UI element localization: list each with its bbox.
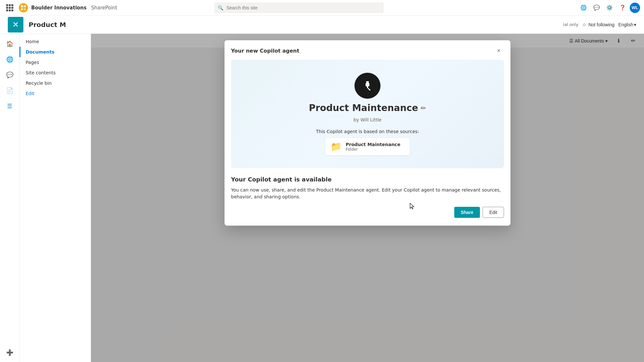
language-button[interactable]: English ▾ [618, 22, 636, 27]
sidebar-item-pages[interactable]: Pages [19, 57, 91, 68]
site-header-right: ial only ☆ Not following English ▾ [563, 22, 636, 27]
brand-logo-icon [19, 3, 28, 12]
search-input[interactable] [214, 3, 383, 13]
topbar-left: Boulder Innovations SharePoint [4, 2, 117, 14]
sidebar-chat-icon[interactable]: 💬 [3, 68, 17, 82]
source-name: Product Maintenance [346, 142, 400, 147]
sidebar-item-site-contents[interactable]: Site contents [19, 68, 91, 78]
source-info: Product Maintenance Folder [346, 142, 400, 152]
edit-agent-button[interactable]: Edit [483, 207, 504, 218]
site-header: ✕ Product M ial only ☆ Not following Eng… [0, 16, 644, 34]
share-button[interactable]: Share [454, 207, 480, 218]
sidebar-item-recycle-bin[interactable]: Recycle bin [19, 78, 91, 88]
svg-rect-2 [21, 8, 23, 10]
sidebar-item-documents[interactable]: Documents [19, 47, 91, 57]
translate-icon: 🌐 [580, 5, 587, 11]
content-area: ☰ All Documents ▾ ℹ ✏ Your new Copilot a… [91, 34, 644, 362]
modal-close-button[interactable]: × [494, 45, 504, 56]
chat-icon: 💬 [593, 5, 600, 11]
help-icon: ❓ [619, 5, 626, 11]
help-icon-button[interactable]: ❓ [617, 2, 628, 14]
app-name: SharePoint [91, 5, 117, 11]
sidebar-item-home[interactable]: Home [19, 36, 91, 47]
not-following-label: Not following [588, 22, 614, 27]
sidebar-document-icon[interactable]: 📄 [3, 83, 17, 97]
agent-author: by Will Little [354, 117, 381, 122]
nav-panel: Home Documents Pages Site contents Recyc… [19, 34, 91, 362]
available-desc: You can now use, share, and edit the Pro… [231, 187, 504, 200]
sidebar-globe-icon[interactable]: 🌐 [3, 52, 17, 66]
svg-rect-1 [24, 5, 26, 7]
svg-point-12 [369, 89, 370, 91]
source-type: Folder [346, 147, 400, 152]
main-layout: 🏠 🌐 💬 📄 ☰ ➕ Home Documents Pages Site co… [0, 34, 644, 362]
settings-icon-button[interactable]: ⚙️ [604, 2, 615, 14]
chevron-down-icon: ▾ [634, 22, 636, 27]
agent-preview: Product Maintenance ✏ by Will Little Thi… [231, 60, 504, 168]
svg-rect-9 [367, 82, 367, 83]
sidebar-add-icon[interactable]: ➕ [3, 345, 17, 359]
waffle-icon [6, 4, 13, 11]
agent-name-row: Product Maintenance ✏ [309, 103, 426, 113]
sidebar-icons: 🏠 🌐 💬 📄 ☰ ➕ [0, 34, 19, 362]
sidebar-home-icon[interactable]: 🏠 [3, 36, 17, 51]
svg-rect-10 [368, 82, 368, 83]
modal-title: Your new Copilot agent [231, 48, 299, 54]
language-label: English [618, 22, 633, 27]
settings-icon: ⚙️ [606, 5, 613, 11]
avatar-button[interactable]: WL [630, 3, 640, 13]
chat-icon-button[interactable]: 💬 [591, 2, 602, 14]
modal-footer: Share Edit [225, 200, 510, 226]
not-following-button[interactable]: ☆ Not following [582, 22, 614, 27]
svg-rect-0 [21, 5, 23, 7]
agent-icon-circle [354, 73, 380, 99]
copilot-plugin-icon [360, 79, 375, 93]
agent-name-edit-icon[interactable]: ✏ [421, 104, 426, 112]
search-icon: 🔍 [218, 5, 223, 10]
brand-name: Boulder Innovations [31, 5, 86, 11]
modal-body: Your Copilot agent is available You can … [225, 168, 510, 200]
site-title: Product M [29, 21, 66, 29]
modal-dialog: Your new Copilot agent × [225, 40, 510, 226]
svg-rect-7 [366, 83, 369, 86]
translate-icon-button[interactable]: 🌐 [578, 2, 589, 14]
source-item: 📁 Product Maintenance Folder [325, 138, 410, 155]
search-bar: 🔍 [214, 3, 383, 13]
folder-icon: 📁 [330, 141, 342, 152]
agent-name: Product Maintenance [309, 103, 418, 113]
star-icon: ☆ [582, 22, 586, 27]
modal-header: Your new Copilot agent × [225, 40, 510, 60]
sidebar-item-edit[interactable]: Edit [19, 88, 91, 99]
svg-rect-3 [24, 8, 26, 10]
sidebar-list-icon[interactable]: ☰ [3, 99, 17, 113]
sources-label: This Copilot agent is based on these sou… [316, 129, 419, 134]
edit-only-label: ial only [563, 22, 578, 27]
waffle-button[interactable] [4, 2, 16, 14]
available-title: Your Copilot agent is available [231, 176, 504, 183]
topbar-right: 🌐 💬 ⚙️ ❓ WL [578, 2, 640, 14]
close-icon: × [497, 47, 501, 54]
site-logo: ✕ [8, 17, 23, 32]
topbar: Boulder Innovations SharePoint 🔍 🌐 💬 ⚙️ … [0, 0, 644, 16]
modal-overlay: Your new Copilot agent × [91, 34, 644, 362]
